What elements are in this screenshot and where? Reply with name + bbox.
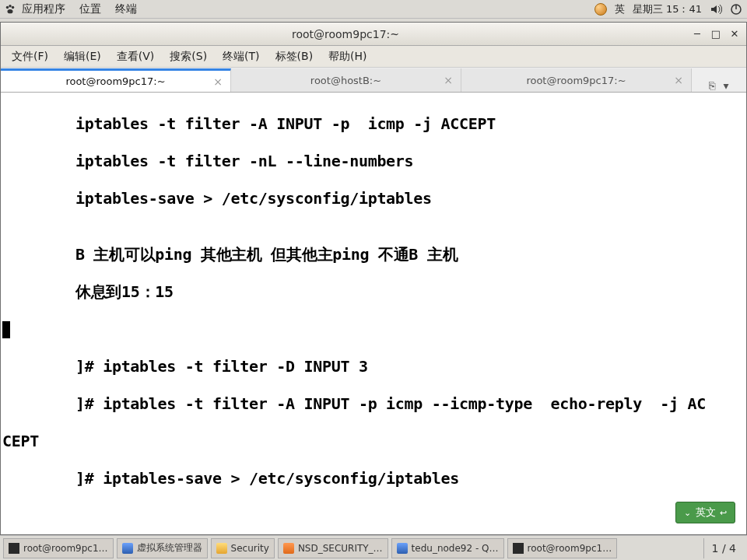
power-icon[interactable] bbox=[730, 3, 742, 16]
new-tab-icon[interactable]: ⎘ bbox=[709, 79, 715, 92]
task-item[interactable]: root@room9pc1… bbox=[3, 538, 114, 558]
ime-indicator[interactable]: 英 bbox=[615, 2, 625, 16]
menubar: 文件(F) 编辑(E) 查看(V) 搜索(S) 终端(T) 标签(B) 帮助(H… bbox=[1, 46, 746, 68]
text-cursor bbox=[2, 321, 10, 338]
ime-float-badge[interactable]: 英文 bbox=[675, 502, 735, 523]
vm-icon bbox=[122, 543, 133, 554]
folder-icon bbox=[216, 543, 227, 554]
tab-label: root@room9pc17:~ bbox=[526, 75, 626, 86]
term-line: iptables -t filter -nL --line-numbers bbox=[1, 152, 746, 170]
terminal-content[interactable]: iptables -t filter -A INPUT -p icmp -j A… bbox=[1, 93, 746, 534]
clock[interactable]: 星期三 15：41 bbox=[633, 2, 702, 16]
menu-view[interactable]: 查看(V) bbox=[109, 47, 163, 67]
term-line: ]# iptables -t filter -D INPUT 3 bbox=[1, 357, 746, 376]
svg-point-1 bbox=[9, 4, 12, 7]
terminal-menu[interactable]: 终端 bbox=[115, 2, 137, 16]
menu-help[interactable]: 帮助(H) bbox=[321, 47, 374, 67]
window-titlebar[interactable]: root@room9pc17:~ ─ □ ✕ bbox=[1, 23, 746, 46]
term-line bbox=[1, 320, 746, 338]
term-line: ]# iptables -t filter -A INPUT -p icmp -… bbox=[1, 394, 746, 413]
apps-menu[interactable]: 应用程序 bbox=[22, 2, 65, 16]
menu-tabs[interactable]: 标签(B) bbox=[268, 47, 321, 67]
task-item[interactable]: root@room9pc1… bbox=[507, 538, 618, 558]
terminal-icon bbox=[9, 543, 19, 554]
tab-menu-icon[interactable]: ▾ bbox=[723, 79, 728, 92]
places-menu[interactable]: 位置 bbox=[79, 2, 101, 16]
volume-icon[interactable] bbox=[710, 3, 722, 16]
top-panel: 应用程序 位置 终端 英 星期三 15：41 bbox=[0, 0, 747, 19]
term-line: ]# iptables-save > /etc/sysconfig/iptabl… bbox=[1, 469, 746, 488]
tab-label: root@room9pc17:~ bbox=[65, 75, 165, 87]
terminal-window: root@room9pc17:~ ─ □ ✕ 文件(F) 编辑(E) 查看(V)… bbox=[0, 22, 747, 535]
task-item[interactable]: 虚拟系统管理器 bbox=[117, 538, 208, 558]
task-label: root@room9pc1… bbox=[528, 543, 612, 554]
menu-file[interactable]: 文件(F) bbox=[4, 47, 56, 67]
window-title: root@room9pc17:~ bbox=[5, 28, 686, 40]
svg-point-0 bbox=[6, 5, 9, 9]
tab-close-icon[interactable]: × bbox=[674, 74, 683, 86]
task-label: tedu_node92 - Q… bbox=[412, 543, 499, 554]
gnome-paw-icon bbox=[5, 4, 16, 15]
term-line: B 主机可以ping 其他主机 但其他主ping 不通B 主机 bbox=[1, 245, 746, 264]
task-item[interactable]: tedu_node92 - Q… bbox=[391, 538, 504, 558]
term-line: 休息到15：15 bbox=[1, 282, 746, 301]
task-item[interactable]: Security bbox=[211, 538, 275, 558]
tabbar: root@room9pc17:~× root@hostB:~× root@roo… bbox=[1, 68, 746, 93]
tab-2[interactable]: root@hostB:~× bbox=[231, 68, 461, 92]
tab-3[interactable]: root@room9pc17:~× bbox=[461, 68, 692, 92]
tab-close-icon[interactable]: × bbox=[213, 75, 223, 88]
tab-1[interactable]: root@room9pc17:~× bbox=[1, 68, 231, 92]
term-line: CEPT bbox=[1, 432, 746, 450]
task-item[interactable]: NSD_SECURITY_… bbox=[278, 538, 388, 558]
terminal-icon bbox=[513, 543, 524, 554]
close-button[interactable]: ✕ bbox=[728, 27, 742, 41]
vm-icon bbox=[397, 543, 408, 554]
term-line: iptables -t filter -A INPUT -p icmp -j A… bbox=[1, 114, 746, 133]
tab-label: root@hostB:~ bbox=[310, 75, 381, 86]
menu-terminal[interactable]: 终端(T) bbox=[215, 47, 267, 67]
svg-point-3 bbox=[8, 9, 13, 13]
menu-edit[interactable]: 编辑(E) bbox=[56, 47, 109, 67]
notification-icon[interactable] bbox=[594, 3, 607, 16]
minimize-button[interactable]: ─ bbox=[690, 27, 704, 41]
menu-search[interactable]: 搜索(S) bbox=[162, 47, 215, 67]
svg-point-2 bbox=[12, 5, 15, 9]
task-label: root@room9pc1… bbox=[23, 543, 108, 554]
taskbar: root@room9pc1… 虚拟系统管理器 Security NSD_SECU… bbox=[0, 535, 747, 560]
task-label: 虚拟系统管理器 bbox=[137, 541, 202, 555]
tab-close-icon[interactable]: × bbox=[444, 74, 453, 86]
presentation-icon bbox=[283, 543, 294, 554]
maximize-button[interactable]: □ bbox=[709, 27, 723, 41]
workspace-indicator[interactable]: 1 / 4 bbox=[703, 538, 744, 558]
task-label: NSD_SECURITY_… bbox=[298, 543, 383, 554]
task-label: Security bbox=[231, 543, 269, 554]
term-line: iptables-save > /etc/sysconfig/iptables bbox=[1, 189, 746, 208]
